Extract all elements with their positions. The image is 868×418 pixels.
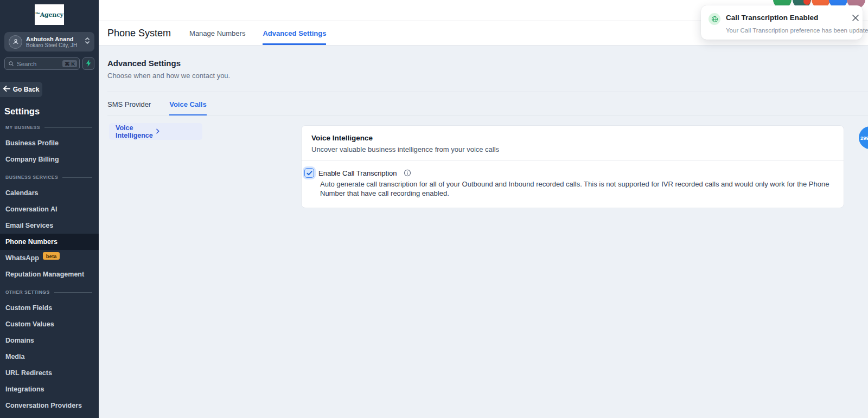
sidebar-item-email-services[interactable]: Email Services [0, 217, 99, 234]
sidebar-search-row: Search ⌘ K [4, 57, 94, 70]
quick-actions-button[interactable] [82, 57, 94, 70]
checkbox-description: Auto generate call transcription for all… [320, 180, 833, 198]
search-shortcut-badge: ⌘ K [62, 60, 77, 68]
go-back-label: Go Back [13, 86, 40, 93]
lightning-icon [86, 60, 92, 68]
user-avatar-icon [9, 35, 22, 49]
card-divider [302, 160, 844, 161]
account-info: Ashutosh Anand Bokaro Steel City, JH [26, 36, 81, 48]
sidebar-title: Settings [4, 106, 99, 117]
chevron-up-down-icon [85, 36, 90, 47]
sidebar-item-company-billing[interactable]: Company Billing [0, 151, 99, 168]
account-switcher[interactable]: Ashutosh Anand Bokaro Steel City, JH [4, 32, 94, 52]
voice-calls-nav: Voice Intelligence [107, 123, 301, 140]
search-placeholder: Search [17, 61, 60, 67]
section-subtitle: Choose when and how we contact you. [107, 72, 868, 80]
settings-sidebar: theAgency Ashutosh Anand Bokaro Steel Ci… [0, 0, 99, 418]
chevron-right-icon [156, 128, 196, 136]
whatsapp-label: WhatsApp [5, 254, 39, 262]
checkbox-label: Enable Call Transcription [318, 169, 397, 177]
account-location: Bokaro Steel City, JH [26, 42, 81, 48]
tab-voice-calls[interactable]: Voice Calls [169, 92, 206, 115]
sidebar-item-calendars[interactable]: Calendars [0, 185, 99, 201]
provider-tabs: SMS Provider Voice Calls [107, 92, 868, 115]
page-title: Phone System [107, 28, 171, 39]
tab-advanced-settings[interactable]: Advanced Settings [263, 21, 326, 45]
sidebar-item-domains[interactable]: Domains [0, 332, 99, 349]
globe-icon [709, 13, 720, 25]
sidebar-item-conversation-ai[interactable]: Conversation AI [0, 201, 99, 217]
card-title: Voice Intelligence [311, 134, 834, 142]
toast-title: Call Transcription Enabled [726, 14, 818, 22]
voice-intelligence-card: Voice Intelligence Uncover valuable busi… [301, 125, 844, 208]
app-window: theAgency Ashutosh Anand Bokaro Steel Ci… [0, 0, 868, 418]
sidebar-item-url-redirects[interactable]: URL Redirects [0, 365, 99, 381]
sidebar-item-reputation-management[interactable]: Reputation Management [0, 266, 99, 282]
toast-notification: Call Transcription Enabled Your Call Tra… [701, 5, 863, 40]
info-icon[interactable] [404, 169, 411, 177]
beta-badge: beta [43, 252, 60, 260]
agency-logo[interactable]: theAgency [35, 4, 64, 25]
section-label-other-settings: OTHER SETTINGS [0, 285, 99, 300]
go-back-button[interactable]: Go Back [0, 82, 42, 97]
sidebar-item-media[interactable]: Media [0, 349, 99, 365]
chat-unread-count: 299 [860, 135, 868, 141]
section-title: Advanced Settings [107, 59, 868, 68]
sidebar-item-business-profile[interactable]: Business Profile [0, 135, 99, 151]
section-label-business-services: BUSINESS SERVICES [0, 170, 99, 185]
sidebar-item-custom-fields[interactable]: Custom Fields [0, 300, 99, 316]
voice-intelligence-nav-item[interactable]: Voice Intelligence [109, 123, 202, 140]
section-label-my-business: MY BUSINESS [0, 120, 99, 135]
card-subtitle: Uncover valuable business intelligence f… [311, 145, 834, 153]
account-name: Ashutosh Anand [26, 36, 81, 42]
tab-manage-numbers[interactable]: Manage Numbers [189, 21, 245, 45]
search-icon [8, 59, 14, 69]
sidebar-item-integrations[interactable]: Integrations [0, 381, 99, 397]
enable-call-transcription-checkbox[interactable] [304, 168, 314, 178]
tab-sms-provider[interactable]: SMS Provider [107, 92, 151, 115]
main-area: Phone System Manage Numbers Advanced Set… [99, 0, 868, 418]
advanced-settings-content: Advanced Settings Choose when and how we… [99, 46, 868, 208]
sidebar-item-whatsapp[interactable]: WhatsApp beta [0, 250, 99, 266]
sidebar-item-phone-numbers[interactable]: Phone Numbers [0, 234, 99, 250]
voice-intelligence-nav-label: Voice Intelligence [116, 124, 156, 139]
sidebar-item-custom-values[interactable]: Custom Values [0, 316, 99, 332]
back-arrow-icon [3, 86, 10, 93]
search-input[interactable]: Search ⌘ K [4, 57, 80, 70]
sidebar-item-conversation-providers[interactable]: Conversation Providers [0, 397, 99, 414]
agency-logo-text: theAgency [35, 11, 63, 18]
toast-close-icon[interactable] [852, 14, 860, 23]
toast-message: Your Call Transcription preference has b… [726, 27, 868, 34]
